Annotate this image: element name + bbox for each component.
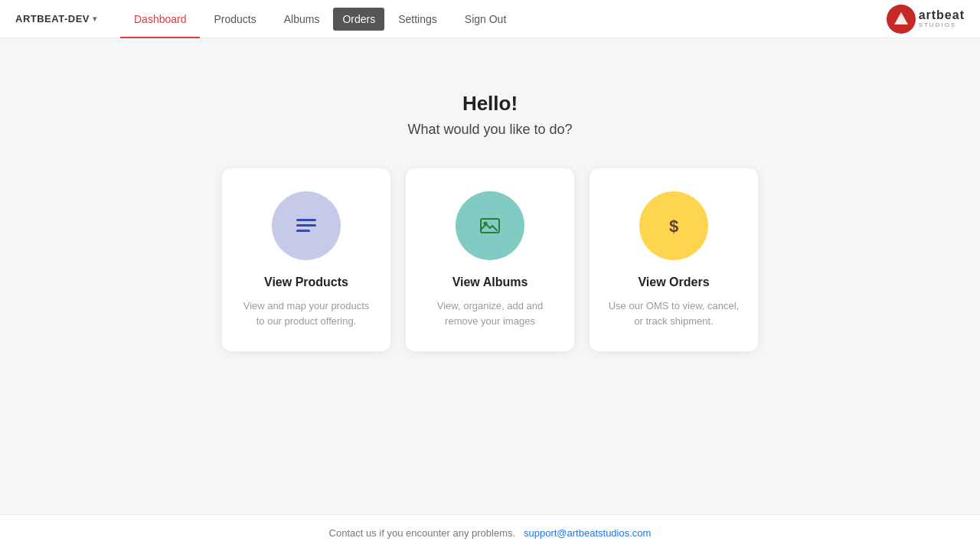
nav-albums[interactable]: Albums — [270, 0, 334, 38]
svg-rect-2 — [296, 230, 310, 232]
footer-support-link[interactable]: support@artbeatstudios.com — [524, 527, 651, 539]
svg-rect-0 — [296, 219, 316, 221]
card-products-desc: View and map your products to our produc… — [240, 298, 372, 328]
nav-logo: artbeat STUDIOS — [887, 5, 965, 34]
brand-chevron-icon: ▾ — [93, 14, 97, 24]
card-view-products[interactable]: View Products View and map your products… — [222, 168, 390, 351]
card-albums-title: View Albums — [452, 276, 528, 289]
logo-text: artbeat STUDIOS — [919, 8, 965, 28]
card-orders-desc: Use our OMS to view, cancel, or track sh… — [608, 298, 740, 328]
svg-rect-1 — [296, 224, 316, 227]
greeting-title: Hello! — [462, 92, 518, 116]
nav-products[interactable]: Products — [200, 0, 270, 38]
list-icon — [290, 210, 322, 242]
products-icon-circle — [272, 191, 341, 260]
card-albums-desc: View, organize, add and remove your imag… — [424, 298, 556, 328]
svg-text:$: $ — [669, 217, 678, 236]
nav-brand[interactable]: ARTBEAT-DEV ▾ — [15, 13, 97, 24]
greeting-subtitle: What would you like to do? — [407, 122, 572, 138]
logo-sub-text: STUDIOS — [919, 22, 965, 29]
brand-label: ARTBEAT-DEV — [15, 13, 90, 24]
dollar-icon: $ — [658, 210, 690, 242]
logo-main-text: artbeat — [919, 8, 965, 22]
image-icon — [474, 210, 506, 242]
nav-settings[interactable]: Settings — [384, 0, 451, 38]
orders-icon-circle: $ — [639, 191, 708, 260]
card-orders-title: View Orders — [638, 276, 709, 289]
main-content: Hello! What would you like to do? View P… — [0, 38, 980, 514]
card-view-albums[interactable]: View Albums View, organize, add and remo… — [406, 168, 574, 351]
footer: Contact us if you encounter any problems… — [0, 514, 980, 551]
card-view-orders[interactable]: $ View Orders Use our OMS to view, cance… — [590, 168, 758, 351]
card-products-title: View Products — [264, 276, 348, 289]
navbar: ARTBEAT-DEV ▾ Dashboard Products Albums … — [0, 0, 980, 38]
nav-signout[interactable]: Sign Out — [451, 0, 520, 38]
logo-circle — [887, 5, 916, 34]
nav-orders[interactable]: Orders — [333, 8, 384, 31]
nav-dashboard[interactable]: Dashboard — [120, 0, 201, 38]
albums-icon-circle — [456, 191, 524, 260]
footer-text: Contact us if you encounter any problems… — [329, 527, 516, 539]
nav-links: Dashboard Products Albums Orders Setting… — [120, 0, 887, 38]
cards-container: View Products View and map your products… — [222, 168, 758, 351]
